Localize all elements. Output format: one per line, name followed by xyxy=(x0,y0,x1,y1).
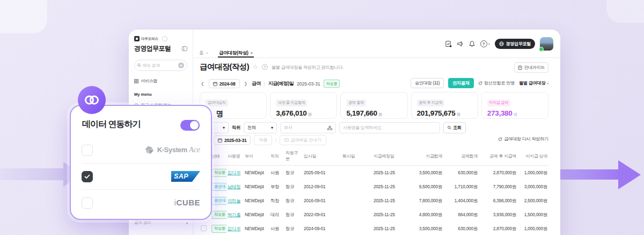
card-unit: 원 xyxy=(456,112,460,117)
cell-unpaid-bonus: 1,500,000원 xyxy=(517,208,548,222)
month-picker[interactable]: 2024-08 xyxy=(209,79,240,88)
help-icon: ? xyxy=(480,40,487,47)
approval-wait-button[interactable]: 승인대장 (11) xyxy=(411,78,444,88)
integration-toggle[interactable] xyxy=(180,120,200,131)
cell-pay-total: 4,800,000원 xyxy=(413,208,443,222)
employee-name-link[interactable]: 이하늘 xyxy=(228,198,240,203)
cell-unpaid-bonus: 2,500,000원 xyxy=(517,194,548,208)
search-button[interactable]: 조회 xyxy=(443,122,466,133)
menu-search-input[interactable]: 메뉴 검색 xyxy=(134,60,187,71)
cell-pay-date: 2025-11-25 xyxy=(372,166,413,180)
data-integration-card: 데이터 연동하기 K-System Ace SAP iCUBE xyxy=(70,105,212,220)
employee-name-link[interactable]: 남태정 xyxy=(228,184,240,189)
corner-decoration xyxy=(606,0,644,23)
monthly-ledger-label: 월별 급여대장 xyxy=(519,80,545,86)
prev-month-button[interactable]: ❮ xyxy=(200,80,206,87)
guide-button[interactable]: 안내가이드 xyxy=(514,62,548,73)
employee-name-link[interactable]: 김다우 xyxy=(228,226,240,231)
cell-hire-date: 2016-09-01 xyxy=(303,194,341,208)
card-unpaid-salary: 미지급 급여 273,380원 xyxy=(481,92,548,119)
table-row: 작성중 박기출 NEWDept 대리 정규 2022-09-01 2025-11… xyxy=(200,208,548,222)
sidebar-item-service-map[interactable]: 서비스맵 xyxy=(134,78,187,84)
rewrite-ledger-link[interactable]: 급여대장 다시 작성하기 xyxy=(498,136,548,142)
tab-label: 급여대장(작성) xyxy=(219,50,248,56)
calendar-icon xyxy=(218,138,222,143)
settlement-refresh-button[interactable]: 정산보험료 반영 xyxy=(478,80,515,86)
col-leave-date: 퇴사일 xyxy=(341,148,372,166)
favorite-star-icon[interactable]: ☆ xyxy=(253,63,258,70)
separator: | xyxy=(264,81,265,86)
sap-logo: SAP xyxy=(171,171,200,182)
card-unit: 원 xyxy=(514,112,517,117)
table-header-row: 상태 사원명 부서 직위 직원구분 입사일 퇴사일 지급예정일 지급합계 공제합… xyxy=(200,148,548,166)
settlement-label: 정산보험료 반영 xyxy=(484,80,515,86)
apply-button[interactable]: 적용 xyxy=(254,135,272,145)
sidebar-toggle-icon[interactable] xyxy=(182,46,187,51)
cell-position: 차장 xyxy=(269,194,284,208)
employee-name-input[interactable]: 사원명을 입력하세요. xyxy=(339,122,440,133)
cell-pay-total: 3,500,000원 xyxy=(413,166,443,180)
cell-name: 김다우 xyxy=(226,222,244,235)
my-menu-label: My menu xyxy=(134,92,187,97)
employee-name-link[interactable]: 박기출 xyxy=(228,212,240,217)
chevron-down-icon: ▾ xyxy=(271,125,273,130)
right-arrow-head xyxy=(618,160,641,189)
pay-date-value: 2025-03-31 xyxy=(224,138,246,143)
menu-search-placeholder: 메뉴 검색 xyxy=(143,63,177,68)
card-value: 명 xyxy=(216,110,223,118)
col-pay-date: 지급예정일 xyxy=(372,148,413,166)
card-label: 공제 합계 xyxy=(346,99,365,106)
ksystem-checkbox[interactable] xyxy=(82,145,93,156)
icube-logo: iCUBE xyxy=(174,198,200,208)
search-option-icon[interactable] xyxy=(178,62,184,68)
cell-emp-type: 정규 xyxy=(284,166,303,180)
icube-checkbox[interactable] xyxy=(82,197,93,209)
pay-date-picker[interactable]: 2025-03-31 xyxy=(214,136,251,145)
tab-close-icon[interactable]: × xyxy=(206,51,209,55)
card-value: 273,380 xyxy=(487,109,513,117)
cell-deduction: 1,404,000원 xyxy=(443,194,479,208)
tab-close-icon[interactable]: × xyxy=(250,51,252,55)
col-deduction: 공제합계 xyxy=(443,148,479,166)
cell-pay-date: 2025-11-25 xyxy=(372,208,413,222)
sidebar-section-payroll[interactable]: 급여 관리 ▾ xyxy=(134,220,188,225)
card-unit: 원 xyxy=(308,112,312,117)
cell-dept: NEWDept xyxy=(244,194,269,208)
status-badge: 작성중 xyxy=(211,211,226,219)
status-badge: 승인대기 xyxy=(211,197,226,205)
portal-pill-label: 경영업무포털 xyxy=(506,41,531,47)
table-row: 작성중 김다우 NEWDept 사원 정규 2024-09-01 2025-11… xyxy=(200,222,548,235)
page-title: 급여대장(작성) xyxy=(200,62,249,72)
vendor-row-ksystem: K-System Ace xyxy=(82,137,200,163)
link-rings-icon xyxy=(84,94,100,106)
tab-home[interactable]: 홈 × xyxy=(199,48,208,58)
sap-checkbox[interactable] xyxy=(82,171,93,182)
row-checkbox[interactable] xyxy=(201,225,207,231)
eapproval-button[interactable]: 전자결재 xyxy=(448,78,474,88)
globe-icon xyxy=(499,41,504,46)
cell-unpaid-bonus: 3,000,000원 xyxy=(517,180,548,194)
cell-status: 승인대기 xyxy=(210,180,226,194)
portal-pill-button[interactable]: 경영업무포털 xyxy=(495,39,535,49)
cell-hire-date: 2022-09-01 xyxy=(303,208,341,222)
announcement-icon[interactable] xyxy=(457,40,464,47)
ledger-action-bar: 2025-03-31 적용 | 급여메일 보내기 xyxy=(214,135,326,145)
employee-name-link[interactable]: 김다우 xyxy=(228,170,240,175)
send-mail-button[interactable]: 급여메일 보내기 xyxy=(280,135,326,145)
position-select[interactable]: 전체 ▾ xyxy=(244,122,277,133)
month-value: 2024-08 xyxy=(219,81,236,87)
next-month-button[interactable]: ❯ xyxy=(243,80,249,87)
department-input[interactable]: 부서 xyxy=(280,122,336,133)
page-description: 월별 급여대장을 작성하고 관리합니다. xyxy=(272,63,343,70)
tab-payroll-ledger[interactable]: 급여대장(작성) × xyxy=(219,48,253,58)
page-help-icon[interactable]: ? xyxy=(262,64,268,70)
summary-cards: 급여대상자 명 세전 총 지급합계 3,676,010원 공제 합계 5,197… xyxy=(200,92,548,119)
chevron-down-icon: ▾ xyxy=(223,125,225,130)
monthly-ledger-dropdown[interactable]: 월별 급여대장 ▾ xyxy=(519,80,548,86)
cell-position: 부장 xyxy=(269,180,284,194)
right-arrow xyxy=(558,169,620,180)
bell-icon[interactable] xyxy=(469,40,475,47)
approval-icon[interactable] xyxy=(445,40,452,47)
cell-unpaid-bonus: 1,000,000원 xyxy=(517,166,548,180)
help-menu[interactable]: ? ▾ xyxy=(480,40,490,47)
